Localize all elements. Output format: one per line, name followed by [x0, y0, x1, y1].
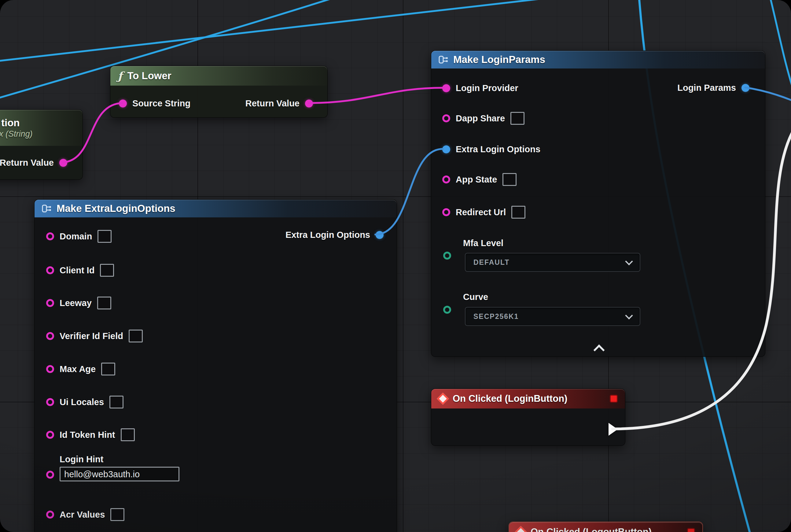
max-age-pin[interactable]: [46, 365, 54, 373]
node-partial-header: tion ox (String): [0, 110, 82, 146]
leeway-pin[interactable]: [46, 299, 54, 307]
pin-row-dapp-share: Dapp Share: [442, 112, 524, 125]
event-icon: [437, 393, 449, 405]
domain-label: Domain: [60, 231, 92, 242]
ui-locales-pin[interactable]: [46, 398, 54, 406]
on-clicked-login-header: On Clicked (LoginButton): [431, 389, 625, 408]
make-extra-header: Make ExtraLoginOptions: [35, 200, 397, 217]
id-token-hint-label: Id Token Hint: [60, 430, 115, 440]
mfa-level-dropdown[interactable]: DEFAULT: [465, 253, 640, 272]
dapp-share-pin[interactable]: [442, 114, 450, 122]
collapse-chevron-icon[interactable]: [594, 345, 605, 356]
pin-row-leeway: Leeway: [46, 297, 111, 309]
extra-login-options-out-pin[interactable]: [375, 231, 384, 239]
pin-row-app-state: App State: [442, 173, 517, 186]
function-icon: ƒ: [118, 70, 122, 82]
chevron-down-icon: [625, 258, 633, 265]
dapp-share-value-box[interactable]: [510, 112, 524, 125]
verifier-id-field-value-box[interactable]: [129, 329, 143, 342]
login-provider-pin[interactable]: [442, 84, 450, 92]
delegate-pin[interactable]: [687, 528, 695, 532]
make-extra-title: Make ExtraLoginOptions: [57, 203, 175, 214]
redirect-url-pin[interactable]: [442, 208, 450, 216]
make-login-params-title: Make LoginParams: [453, 54, 545, 65]
mfa-level-pin[interactable]: [443, 252, 451, 260]
wire-cyan-topright: [770, 0, 791, 90]
curve-value: SECP256K1: [474, 312, 519, 321]
client-id-pin[interactable]: [46, 266, 54, 274]
return-value-pin[interactable]: [305, 99, 313, 107]
login-hint-label: Login Hint: [60, 454, 179, 464]
pin-row-source-string: Source String: [119, 98, 190, 109]
ui-locales-label: Ui Locales: [60, 397, 104, 407]
acr-values-pin[interactable]: [46, 511, 54, 518]
extra-login-options-out-label: Extra Login Options: [286, 230, 370, 240]
pin-row-login-provider: Login Provider: [442, 83, 518, 93]
verifier-id-field-label: Verifier Id Field: [60, 331, 123, 341]
redirect-url-label: Redirect Url: [456, 207, 506, 217]
acr-values-value-box[interactable]: [110, 508, 124, 521]
node-on-clicked-login-button[interactable]: On Clicked (LoginButton): [431, 388, 625, 446]
exec-output-pin[interactable]: [609, 423, 618, 436]
on-clicked-logout-header: On Clicked (LogoutButton): [509, 522, 702, 532]
pin-row-client-id: Client Id: [46, 264, 114, 277]
return-value-pin[interactable]: [59, 159, 67, 167]
pin-row-domain: Domain: [46, 230, 112, 243]
return-value-label: Return Value: [0, 158, 54, 168]
login-hint-pin[interactable]: [46, 471, 54, 478]
pin-row-extra-login-options-out: Extra Login Options: [286, 230, 384, 240]
node-make-login-params[interactable]: Make LoginParams Login Provider Dapp Sha…: [431, 51, 765, 357]
pin-row-acr-values: Acr Values: [46, 508, 124, 521]
curve-dropdown[interactable]: SECP256K1: [465, 307, 640, 326]
on-clicked-login-title: On Clicked (LoginButton): [453, 393, 567, 404]
extra-login-options-in-pin[interactable]: [442, 145, 450, 153]
leeway-value-box[interactable]: [97, 297, 111, 309]
make-struct-icon: [42, 204, 52, 213]
pin-row-max-age: Max Age: [46, 363, 115, 376]
domain-pin[interactable]: [46, 232, 54, 240]
source-string-pin[interactable]: [119, 99, 127, 107]
app-state-label: App State: [456, 175, 497, 185]
node-partial-subtitle: ox (String): [0, 129, 33, 139]
max-age-value-box[interactable]: [101, 363, 115, 376]
redirect-url-value-box[interactable]: [512, 206, 525, 218]
pin-row-ui-locales: Ui Locales: [46, 396, 123, 408]
node-make-extra-login-options[interactable]: Make ExtraLoginOptions Domain Client Id …: [34, 200, 397, 532]
app-state-pin[interactable]: [442, 175, 450, 184]
make-login-params-header: Make LoginParams: [431, 51, 765, 69]
node-on-clicked-logout-button[interactable]: On Clicked (LogoutButton): [508, 521, 703, 532]
max-age-label: Max Age: [60, 364, 96, 374]
client-id-value-box[interactable]: [100, 264, 114, 277]
curve-label: Curve: [463, 292, 488, 302]
chevron-down-icon: [625, 311, 633, 319]
node-partial-title: tion: [1, 117, 20, 129]
verifier-id-field-pin[interactable]: [46, 332, 54, 340]
login-hint-input[interactable]: [60, 467, 179, 481]
pin-row-id-token-hint: Id Token Hint: [46, 429, 135, 441]
curve-pin[interactable]: [443, 306, 451, 314]
make-struct-icon: [439, 55, 448, 64]
pin-row-return-value: Return Value: [246, 98, 313, 109]
node-to-lower[interactable]: ƒ To Lower Source String Return Value: [110, 66, 328, 118]
client-id-label: Client Id: [60, 265, 94, 276]
pin-row-verifier-id-field: Verifier Id Field: [46, 329, 143, 342]
delegate-pin[interactable]: [610, 395, 618, 403]
node-partial-getselectedoption[interactable]: tion ox (String) Return Value: [0, 110, 83, 180]
to-lower-title: To Lower: [128, 70, 172, 82]
mfa-level-label: Mfa Level: [463, 238, 503, 248]
leeway-label: Leeway: [60, 298, 92, 308]
on-clicked-logout-title: On Clicked (LogoutButton): [530, 527, 652, 532]
login-params-out-label: Login Params: [677, 83, 736, 93]
blueprint-graph-canvas[interactable]: tion ox (String) Return Value ƒ To Lower…: [0, 0, 791, 532]
id-token-hint-value-box[interactable]: [121, 429, 135, 441]
login-provider-label: Login Provider: [456, 83, 518, 93]
ui-locales-value-box[interactable]: [110, 396, 123, 408]
login-params-out-pin[interactable]: [741, 84, 749, 92]
id-token-hint-pin[interactable]: [46, 431, 54, 439]
pin-row-login-params-out: Login Params: [677, 83, 749, 93]
source-string-label: Source String: [132, 98, 190, 109]
extra-login-options-in-label: Extra Login Options: [456, 144, 540, 154]
acr-values-label: Acr Values: [60, 510, 105, 520]
app-state-value-box[interactable]: [502, 173, 517, 186]
domain-value-box[interactable]: [97, 230, 112, 243]
